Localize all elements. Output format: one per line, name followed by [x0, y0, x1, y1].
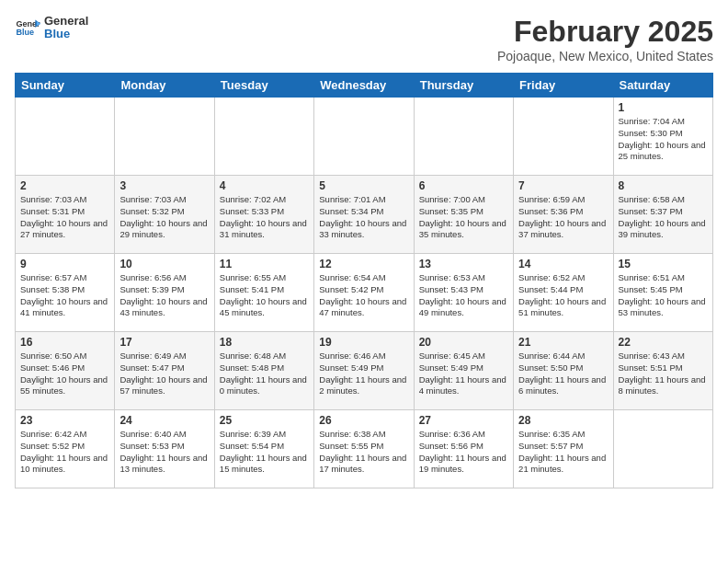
- day-number: 9: [20, 258, 109, 270]
- day-number: 11: [220, 258, 309, 270]
- day-info: Sunrise: 6:36 AM Sunset: 5:56 PM Dayligh…: [419, 429, 508, 476]
- day-number: 1: [619, 101, 708, 114]
- day-info: Sunrise: 6:48 AM Sunset: 5:48 PM Dayligh…: [220, 350, 309, 397]
- location: Pojoaque, New Mexico, United States: [497, 49, 713, 63]
- day-number: 23: [20, 414, 109, 427]
- month-year: February 2025: [497, 15, 713, 49]
- day-number: 4: [220, 179, 309, 192]
- calendar-cell: 8Sunrise: 6:58 AM Sunset: 5:37 PM Daylig…: [613, 176, 712, 254]
- day-number: 26: [319, 414, 408, 427]
- day-info: Sunrise: 6:49 AM Sunset: 5:47 PM Dayligh…: [119, 350, 209, 397]
- day-info: Sunrise: 6:54 AM Sunset: 5:42 PM Dayligh…: [319, 272, 408, 319]
- weekday-header-friday: Friday: [514, 74, 613, 98]
- week-row-3: 9Sunrise: 6:57 AM Sunset: 5:38 PM Daylig…: [16, 254, 713, 332]
- day-number: 16: [20, 336, 109, 349]
- calendar-cell: 5Sunrise: 7:01 AM Sunset: 5:34 PM Daylig…: [314, 176, 414, 254]
- calendar-cell: 21Sunrise: 6:44 AM Sunset: 5:50 PM Dayli…: [514, 332, 613, 410]
- calendar-cell: 4Sunrise: 7:02 AM Sunset: 5:33 PM Daylig…: [214, 176, 313, 254]
- calendar-cell: 16Sunrise: 6:50 AM Sunset: 5:46 PM Dayli…: [16, 332, 115, 410]
- calendar-cell: 24Sunrise: 6:40 AM Sunset: 5:53 PM Dayli…: [115, 410, 214, 488]
- week-row-4: 16Sunrise: 6:50 AM Sunset: 5:46 PM Dayli…: [16, 332, 713, 410]
- day-info: Sunrise: 6:57 AM Sunset: 5:38 PM Dayligh…: [20, 272, 109, 319]
- calendar-cell: 23Sunrise: 6:42 AM Sunset: 5:52 PM Dayli…: [16, 410, 115, 488]
- weekday-header-saturday: Saturday: [613, 74, 712, 98]
- day-info: Sunrise: 6:58 AM Sunset: 5:37 PM Dayligh…: [619, 194, 708, 241]
- day-number: 17: [119, 336, 209, 349]
- day-info: Sunrise: 6:44 AM Sunset: 5:50 PM Dayligh…: [518, 350, 608, 397]
- day-number: 21: [518, 336, 608, 349]
- calendar-cell: 12Sunrise: 6:54 AM Sunset: 5:42 PM Dayli…: [314, 254, 414, 332]
- day-number: 7: [518, 179, 608, 192]
- day-number: 5: [319, 179, 408, 192]
- calendar-cell: [514, 98, 613, 176]
- calendar-cell: [613, 410, 712, 488]
- calendar-cell: 25Sunrise: 6:39 AM Sunset: 5:54 PM Dayli…: [214, 410, 313, 488]
- calendar-cell: 14Sunrise: 6:52 AM Sunset: 5:44 PM Dayli…: [514, 254, 613, 332]
- day-number: 3: [119, 179, 209, 192]
- day-info: Sunrise: 6:50 AM Sunset: 5:46 PM Dayligh…: [20, 350, 109, 397]
- day-info: Sunrise: 6:55 AM Sunset: 5:41 PM Dayligh…: [220, 272, 309, 319]
- calendar: SundayMondayTuesdayWednesdayThursdayFrid…: [15, 73, 713, 488]
- day-info: Sunrise: 7:02 AM Sunset: 5:33 PM Dayligh…: [220, 194, 309, 241]
- day-info: Sunrise: 6:40 AM Sunset: 5:53 PM Dayligh…: [119, 429, 209, 476]
- calendar-cell: 18Sunrise: 6:48 AM Sunset: 5:48 PM Dayli…: [214, 332, 313, 410]
- day-number: 2: [20, 179, 109, 192]
- weekday-header-sunday: Sunday: [16, 74, 115, 98]
- day-info: Sunrise: 6:39 AM Sunset: 5:54 PM Dayligh…: [220, 429, 309, 476]
- day-number: 14: [518, 258, 608, 270]
- day-info: Sunrise: 6:42 AM Sunset: 5:52 PM Dayligh…: [20, 429, 109, 476]
- week-row-2: 2Sunrise: 7:03 AM Sunset: 5:31 PM Daylig…: [16, 176, 713, 254]
- calendar-cell: [314, 98, 414, 176]
- day-info: Sunrise: 7:03 AM Sunset: 5:31 PM Dayligh…: [20, 194, 109, 241]
- weekday-header-wednesday: Wednesday: [314, 74, 414, 98]
- day-number: 10: [119, 258, 209, 270]
- day-number: 27: [419, 414, 508, 427]
- calendar-cell: 19Sunrise: 6:46 AM Sunset: 5:49 PM Dayli…: [314, 332, 414, 410]
- day-info: Sunrise: 6:59 AM Sunset: 5:36 PM Dayligh…: [518, 194, 608, 241]
- week-row-5: 23Sunrise: 6:42 AM Sunset: 5:52 PM Dayli…: [16, 410, 713, 488]
- day-info: Sunrise: 6:38 AM Sunset: 5:55 PM Dayligh…: [319, 429, 408, 476]
- day-number: 24: [119, 414, 209, 427]
- weekday-header-thursday: Thursday: [414, 74, 513, 98]
- calendar-cell: 9Sunrise: 6:57 AM Sunset: 5:38 PM Daylig…: [16, 254, 115, 332]
- day-number: 15: [619, 258, 708, 270]
- day-info: Sunrise: 7:01 AM Sunset: 5:34 PM Dayligh…: [319, 194, 408, 241]
- calendar-cell: 3Sunrise: 7:03 AM Sunset: 5:32 PM Daylig…: [115, 176, 214, 254]
- day-info: Sunrise: 6:43 AM Sunset: 5:51 PM Dayligh…: [619, 350, 708, 397]
- page-header: General Blue General Blue February 2025 …: [15, 15, 713, 63]
- day-info: Sunrise: 6:53 AM Sunset: 5:43 PM Dayligh…: [419, 272, 508, 319]
- calendar-cell: [115, 98, 214, 176]
- day-info: Sunrise: 7:04 AM Sunset: 5:30 PM Dayligh…: [619, 116, 708, 163]
- weekday-header-monday: Monday: [115, 74, 214, 98]
- calendar-cell: 17Sunrise: 6:49 AM Sunset: 5:47 PM Dayli…: [115, 332, 214, 410]
- logo-icon: General Blue: [15, 15, 40, 40]
- title-block: February 2025 Pojoaque, New Mexico, Unit…: [497, 15, 713, 63]
- day-info: Sunrise: 7:00 AM Sunset: 5:35 PM Dayligh…: [419, 194, 508, 241]
- day-info: Sunrise: 6:35 AM Sunset: 5:57 PM Dayligh…: [518, 429, 608, 476]
- day-info: Sunrise: 6:52 AM Sunset: 5:44 PM Dayligh…: [518, 272, 608, 319]
- weekday-header-tuesday: Tuesday: [214, 74, 313, 98]
- calendar-cell: 13Sunrise: 6:53 AM Sunset: 5:43 PM Dayli…: [414, 254, 513, 332]
- calendar-cell: [414, 98, 513, 176]
- calendar-cell: 1Sunrise: 7:04 AM Sunset: 5:30 PM Daylig…: [613, 98, 712, 176]
- calendar-cell: 7Sunrise: 6:59 AM Sunset: 5:36 PM Daylig…: [514, 176, 613, 254]
- calendar-cell: [16, 98, 115, 176]
- day-number: 22: [619, 336, 708, 349]
- calendar-cell: 26Sunrise: 6:38 AM Sunset: 5:55 PM Dayli…: [314, 410, 414, 488]
- calendar-cell: 28Sunrise: 6:35 AM Sunset: 5:57 PM Dayli…: [514, 410, 613, 488]
- day-info: Sunrise: 6:56 AM Sunset: 5:39 PM Dayligh…: [119, 272, 209, 319]
- calendar-cell: [214, 98, 313, 176]
- day-number: 20: [419, 336, 508, 349]
- day-number: 13: [419, 258, 508, 270]
- calendar-cell: 15Sunrise: 6:51 AM Sunset: 5:45 PM Dayli…: [613, 254, 712, 332]
- day-info: Sunrise: 6:46 AM Sunset: 5:49 PM Dayligh…: [319, 350, 408, 397]
- svg-text:Blue: Blue: [16, 29, 34, 38]
- day-number: 18: [220, 336, 309, 349]
- calendar-cell: 6Sunrise: 7:00 AM Sunset: 5:35 PM Daylig…: [414, 176, 513, 254]
- day-info: Sunrise: 7:03 AM Sunset: 5:32 PM Dayligh…: [119, 194, 209, 241]
- calendar-cell: 11Sunrise: 6:55 AM Sunset: 5:41 PM Dayli…: [214, 254, 313, 332]
- day-number: 25: [220, 414, 309, 427]
- weekday-header-row: SundayMondayTuesdayWednesdayThursdayFrid…: [16, 74, 713, 98]
- day-number: 28: [518, 414, 608, 427]
- logo: General Blue General Blue: [15, 15, 88, 41]
